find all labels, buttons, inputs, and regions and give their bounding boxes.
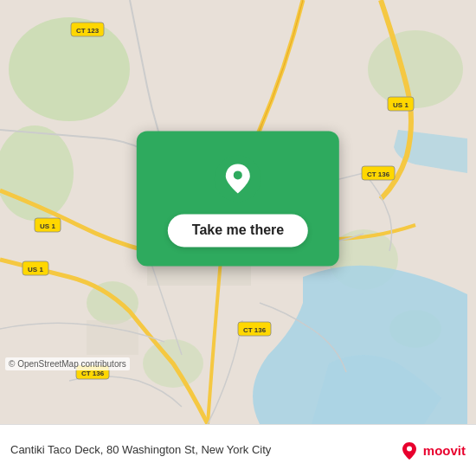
svg-text:US 1: US 1 bbox=[28, 266, 43, 273]
copyright-notice: © OpenStreetMap contributors bbox=[5, 357, 130, 370]
svg-point-29 bbox=[407, 446, 412, 451]
svg-text:US 1: US 1 bbox=[393, 101, 408, 109]
navigation-card: Take me there bbox=[137, 131, 339, 266]
svg-point-3 bbox=[368, 30, 463, 108]
map-container: CT 123 US 1 CT 136 US 1 US 1 CT 136 CT 1… bbox=[0, 0, 476, 424]
svg-text:CT 136: CT 136 bbox=[367, 170, 390, 178]
svg-text:CT 136: CT 136 bbox=[81, 370, 105, 377]
svg-point-1 bbox=[9, 17, 130, 121]
info-bar: Cantiki Taco Deck, 80 Washington St, New… bbox=[0, 424, 476, 476]
moovit-logo: moovit bbox=[399, 441, 466, 461]
address-text: Cantiki Taco Deck, 80 Washington St, New… bbox=[10, 442, 392, 458]
button-overlay: Take me there bbox=[137, 131, 339, 266]
take-me-there-button[interactable]: Take me there bbox=[168, 214, 308, 247]
moovit-icon bbox=[399, 441, 420, 461]
moovit-brand-text: moovit bbox=[423, 443, 466, 458]
svg-point-28 bbox=[234, 170, 242, 179]
location-pin-icon bbox=[215, 155, 261, 202]
svg-text:CT 136: CT 136 bbox=[243, 326, 267, 334]
svg-text:US 1: US 1 bbox=[40, 222, 55, 230]
svg-text:CT 123: CT 123 bbox=[76, 27, 100, 35]
